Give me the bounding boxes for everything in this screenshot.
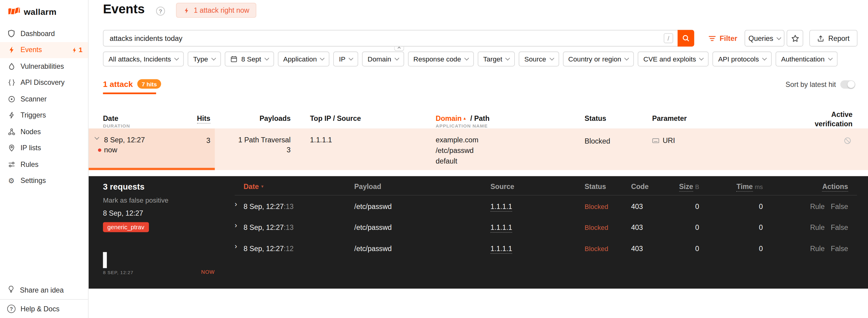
sidebar-item-label: Scanner (21, 95, 46, 103)
sidebar-item-dashboard[interactable]: Dashboard (0, 25, 88, 42)
col-subheader-application: APPLICATION NAME (436, 123, 488, 128)
lightning-icon (7, 46, 16, 54)
sidebar-item-vulnerabilities[interactable]: Vulnerabilities (0, 58, 88, 75)
help-icon[interactable]: ? (156, 7, 165, 16)
collapse-search-tab[interactable] (394, 46, 404, 51)
request-row[interactable]: › 8 Sep, 12:27:13 /etc/passwd 1.1.1.1 Bl… (89, 196, 868, 217)
request-row[interactable]: › 8 Sep, 12:27:13 /etc/passwd 1.1.1.1 Bl… (89, 216, 868, 238)
favorite-button[interactable] (786, 30, 803, 47)
sidebar-item-label: IP lists (21, 144, 41, 152)
detail-col-time[interactable]: Time ms (725, 183, 763, 191)
slash-shortcut-hint: / (664, 33, 673, 43)
col-header-payloads: Payloads (213, 114, 290, 122)
sidebar-item-triggers[interactable]: Triggers (0, 107, 88, 123)
events-count-badge: 1 (71, 46, 82, 54)
request-code: 403 (631, 223, 643, 231)
filter-chip-authentication[interactable]: Authentication (776, 52, 837, 66)
filter-chip-api-protocols[interactable]: API protocols (713, 52, 772, 66)
main-content: Events ? 1 attack right now / Filter Que… (89, 0, 868, 318)
filter-chip-application[interactable]: Application (278, 52, 330, 66)
request-source[interactable]: 1.1.1.1 (491, 223, 513, 233)
request-time: 0 (725, 244, 763, 253)
detail-col-actions[interactable]: Actions (803, 183, 848, 191)
filter-chip-type[interactable]: Type (188, 52, 221, 66)
chevron-down-icon (762, 56, 767, 61)
filter-icon (709, 35, 716, 41)
sort-row: Sort by latest hit (786, 80, 855, 88)
target-icon (7, 95, 16, 103)
filter-chip-ip[interactable]: IP (334, 52, 358, 66)
chevron-down-icon (211, 56, 216, 61)
false-link[interactable]: False (831, 202, 848, 210)
calendar-icon (230, 55, 238, 63)
filter-chip-attacks-incidents[interactable]: All attacks, Incidents (103, 52, 184, 66)
sort-desc-icon: ▼ (260, 184, 265, 189)
filter-button[interactable]: Filter (705, 30, 741, 47)
chevron-down-icon (320, 56, 325, 61)
col-header-top-ip: Top IP / Source (310, 114, 361, 122)
filter-chip-target[interactable]: Target (477, 52, 515, 66)
sidebar-item-events[interactable]: Events 1 (0, 42, 88, 58)
col-header-date[interactable]: Date (103, 114, 118, 122)
sidebar-item-ip-lists[interactable]: IP lists (0, 140, 88, 156)
bulb-icon (7, 285, 15, 295)
attack-alert-badge[interactable]: 1 attack right now (176, 3, 257, 18)
false-link[interactable]: False (831, 244, 848, 253)
filter-chip-domain[interactable]: Domain (362, 52, 404, 66)
col-header-hits[interactable]: Hits (172, 114, 210, 122)
detail-col-date[interactable]: Date▼ (244, 183, 264, 191)
request-row[interactable]: › 8 Sep, 12:27:12 /etc/passwd 1.1.1.1 Bl… (89, 238, 868, 259)
sort-toggle[interactable] (840, 80, 855, 88)
chevron-right-icon[interactable]: › (235, 221, 237, 229)
chevron-right-icon[interactable]: › (235, 200, 237, 208)
rule-link[interactable]: Rule (810, 244, 825, 253)
queries-dropdown[interactable]: Queries (745, 30, 784, 47)
report-button[interactable]: Report (809, 30, 858, 47)
attack-application: default (436, 157, 457, 165)
filter-chip-source[interactable]: Source (519, 52, 559, 66)
attack-row[interactable]: 8 Sep, 12:27 now 3 1 Path Traversal 3 1.… (89, 128, 868, 170)
false-link[interactable]: False (831, 223, 848, 231)
sidebar-item-label: Rules (21, 161, 38, 168)
detail-col-size[interactable]: Size B (664, 183, 699, 191)
filter-chip-response-code[interactable]: Response code (408, 52, 474, 66)
chevron-right-icon[interactable]: › (235, 242, 237, 250)
rule-link[interactable]: Rule (810, 202, 825, 210)
sidebar-item-api-discovery[interactable]: API Discovery (0, 75, 88, 91)
request-size: 0 (664, 223, 699, 231)
share-idea-item[interactable]: Share an idea (0, 281, 88, 299)
filter-chip-date[interactable]: 8 Sept (224, 52, 274, 66)
sidebar-item-settings[interactable]: ⚙ Settings (0, 173, 88, 189)
active-verification-icon[interactable] (844, 137, 851, 146)
col-header-domain-path[interactable]: Domain▲ / Path (436, 114, 490, 122)
chevron-down-icon (505, 56, 510, 61)
attack-domain: example.com (436, 136, 478, 144)
live-dot-icon (98, 148, 101, 152)
filter-chip-cve-exploits[interactable]: CVE and exploits (638, 52, 709, 66)
filter-chip-country[interactable]: Country or region (563, 52, 634, 66)
attacks-tab[interactable]: 1 attack 7 hits (103, 79, 161, 89)
alert-text: 1 attack right now (194, 6, 249, 14)
sidebar-item-scanner[interactable]: Scanner (0, 91, 88, 107)
request-source[interactable]: 1.1.1.1 (491, 202, 513, 212)
request-payload: /etc/passwd (354, 202, 392, 210)
sidebar-item-rules[interactable]: Rules (0, 156, 88, 173)
request-payload: /etc/passwd (354, 223, 392, 231)
lightning-icon (71, 47, 78, 53)
request-source[interactable]: 1.1.1.1 (491, 244, 513, 254)
hits-badge: 7 hits (137, 79, 161, 89)
request-date: 8 Sep, 12:27:13 (244, 202, 293, 210)
rule-link[interactable]: Rule (810, 223, 825, 231)
search-input[interactable] (103, 31, 694, 46)
sidebar-item-label: Dashboard (21, 30, 55, 37)
sidebar-item-nodes[interactable]: Nodes (0, 123, 88, 140)
help-circle-icon: ? (7, 305, 16, 313)
sidebar-nav: Dashboard Events 1 Vulnerabilities API D… (0, 25, 88, 189)
help-docs-item[interactable]: ? Help & Docs (0, 299, 88, 318)
request-status: Blocked (585, 224, 608, 232)
request-size: 0 (664, 244, 699, 253)
request-actions: RuleFalse (803, 202, 848, 210)
search-button[interactable] (678, 30, 694, 47)
timeline-now-label: NOW (182, 269, 215, 275)
wallarm-logo[interactable]: wallarm (0, 0, 88, 22)
